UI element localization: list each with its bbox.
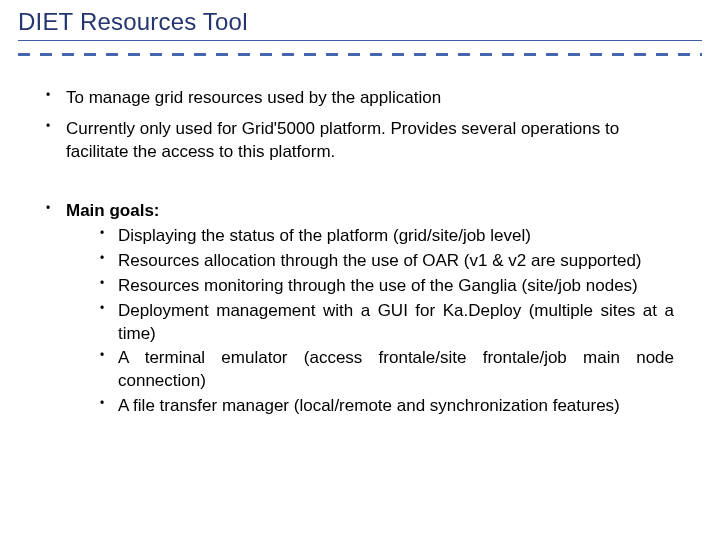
intro-list: To manage grid resources used by the app… bbox=[46, 87, 674, 164]
title-dash-row bbox=[0, 49, 720, 59]
title-block: DIET Resources Tool bbox=[0, 0, 720, 41]
list-item: To manage grid resources used by the app… bbox=[46, 87, 674, 110]
slide-title: DIET Resources Tool bbox=[18, 8, 702, 36]
main-goals-block: Main goals: Displaying the status of the… bbox=[46, 200, 674, 418]
list-item: Deployment management with a GUI for Ka.… bbox=[100, 300, 674, 346]
list-item: Resources monitoring through the use of … bbox=[100, 275, 674, 298]
title-underline bbox=[18, 40, 702, 41]
list-item: A file transfer manager (local/remote an… bbox=[100, 395, 674, 418]
main-goals-label: Main goals: bbox=[66, 201, 160, 220]
list-item: A terminal emulator (access frontale/sit… bbox=[100, 347, 674, 393]
slide: DIET Resources Tool To manage grid resou… bbox=[0, 0, 720, 540]
slide-body: To manage grid resources used by the app… bbox=[0, 59, 720, 418]
list-item: Main goals: Displaying the status of the… bbox=[46, 200, 674, 418]
list-item: Displaying the status of the platform (g… bbox=[100, 225, 674, 248]
list-item: Resources allocation through the use of … bbox=[100, 250, 674, 273]
list-item: Currently only used for Grid'5000 platfo… bbox=[46, 118, 674, 164]
dash-pattern bbox=[18, 49, 702, 59]
main-goals-list: Displaying the status of the platform (g… bbox=[66, 225, 674, 419]
spacer bbox=[46, 172, 674, 200]
